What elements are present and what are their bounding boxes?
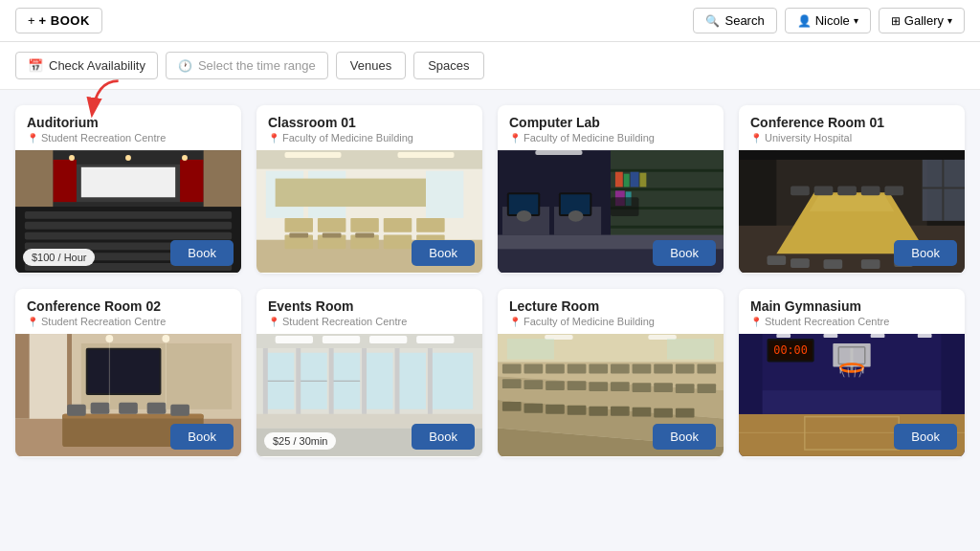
card-image-classroom01: Book [256, 149, 482, 274]
svg-text:00:00: 00:00 [773, 343, 808, 357]
book-button[interactable]: + + BOOK [15, 8, 102, 33]
venues-filter-button[interactable]: Venues [336, 52, 406, 79]
svg-rect-10 [53, 160, 77, 202]
svg-rect-11 [180, 160, 204, 202]
book-button-events-room[interactable]: Book [412, 424, 475, 450]
gallery-button[interactable]: ⊞ Gallery ▾ [879, 8, 965, 33]
check-availability-button[interactable]: 📅 Check Availability [15, 52, 158, 79]
book-button-overlay-auditorium[interactable]: Book [170, 240, 234, 266]
svg-rect-70 [814, 186, 834, 195]
location-icon: 📍 [27, 317, 38, 327]
svg-rect-80 [739, 150, 776, 226]
book-button-overlay-conference-room-02[interactable]: Book [170, 424, 234, 450]
card-image-auditorium: $100 / Hour Book [15, 149, 241, 274]
svg-rect-145 [697, 364, 716, 374]
chevron-down-icon-gallery: ▾ [947, 15, 952, 26]
svg-rect-89 [15, 334, 30, 419]
svg-rect-64 [535, 150, 582, 155]
location-icon: 📍 [509, 317, 521, 327]
svg-rect-116 [365, 353, 392, 409]
price-badge-events-room: $25 / 30min [264, 432, 336, 450]
book-button-overlay-lecture-room[interactable]: Book [653, 424, 716, 450]
svg-rect-149 [568, 381, 587, 390]
svg-marker-68 [810, 195, 895, 211]
svg-rect-24 [426, 171, 463, 218]
card-image-conference-room-01: Book [739, 149, 965, 274]
user-menu-button[interactable]: 👤 Nicole ▾ [785, 8, 871, 33]
svg-rect-138 [546, 364, 565, 374]
book-button-overlay-events-room[interactable]: Book [412, 424, 475, 450]
room-subtitle-classroom01: 📍 Faculty of Medicine Building [268, 132, 471, 143]
book-button-classroom01[interactable]: Book [412, 240, 475, 266]
book-button-conference-room-01[interactable]: Book [894, 240, 957, 266]
room-subtitle-main-gymnasium: 📍 Student Recreation Centre [750, 316, 953, 327]
svg-rect-3 [25, 211, 232, 219]
card-image-main-gymnasium: 00:00 Book [739, 333, 965, 457]
time-range-button[interactable]: 🕐 Select the time range [166, 52, 328, 79]
book-button-auditorium[interactable]: Book [170, 240, 234, 266]
svg-rect-98 [91, 403, 110, 414]
svg-rect-85 [739, 150, 965, 160]
svg-rect-158 [546, 405, 565, 414]
gallery-label: Gallery [904, 13, 944, 28]
svg-rect-49 [624, 174, 630, 187]
book-button-overlay-conference-room-01[interactable]: Book [894, 240, 957, 266]
svg-rect-152 [633, 383, 652, 392]
book-button-lecture-room[interactable]: Book [653, 424, 716, 450]
svg-rect-137 [524, 364, 544, 374]
svg-rect-109 [276, 336, 313, 343]
svg-rect-77 [861, 259, 880, 269]
svg-rect-40 [398, 152, 455, 158]
location-icon: 📍 [509, 133, 521, 143]
room-title-auditorium: Auditorium [27, 115, 230, 130]
svg-rect-27 [350, 218, 379, 232]
header-left: + + BOOK [15, 8, 102, 33]
chevron-down-icon: ▾ [854, 15, 858, 26]
svg-rect-97 [67, 405, 86, 416]
book-button-overlay-main-gymnasium[interactable]: Book [894, 424, 957, 450]
svg-rect-185 [941, 334, 965, 414]
svg-rect-72 [861, 186, 880, 195]
book-button-computer-lab[interactable]: Book [653, 240, 716, 266]
svg-rect-38 [276, 179, 426, 208]
room-card-auditorium: Auditorium 📍 Student Recreation Centre [15, 105, 241, 274]
svg-rect-159 [568, 406, 587, 415]
svg-rect-28 [384, 218, 412, 232]
book-button-overlay-computer-lab[interactable]: Book [653, 240, 716, 266]
user-icon: 👤 [797, 14, 812, 28]
svg-rect-37 [355, 233, 374, 238]
book-button-overlay-classroom01[interactable]: Book [412, 240, 475, 266]
book-button-conference-room-02[interactable]: Book [170, 424, 234, 450]
room-subtitle-conference-room-01: 📍 University Hospital [750, 132, 953, 143]
svg-rect-4 [25, 222, 232, 230]
card-header-conference-room-01: Conference Room 01 📍 University Hospital [739, 105, 965, 149]
search-button[interactable]: 🔍 Search [693, 8, 776, 33]
card-header-events-room: Events Room 📍 Student Recreation Centre [256, 289, 482, 333]
svg-rect-155 [697, 384, 716, 393]
svg-point-14 [125, 155, 131, 161]
svg-rect-142 [633, 364, 652, 374]
location-icon: 📍 [27, 133, 38, 143]
svg-rect-139 [568, 364, 587, 374]
svg-rect-75 [791, 258, 810, 268]
svg-rect-47 [611, 226, 724, 229]
svg-rect-50 [631, 172, 639, 187]
filter-bar: 📅 Check Availability 🕐 Select the time r… [0, 42, 980, 90]
price-badge-auditorium: $100 / Hour [23, 249, 95, 266]
svg-rect-25 [285, 218, 314, 232]
svg-rect-147 [524, 380, 544, 389]
svg-point-103 [162, 335, 169, 342]
svg-rect-154 [676, 384, 695, 393]
svg-rect-118 [431, 353, 473, 409]
svg-point-102 [105, 335, 113, 342]
spaces-filter-button[interactable]: Spaces [413, 52, 483, 79]
svg-rect-144 [676, 364, 695, 374]
svg-rect-101 [170, 405, 189, 416]
svg-rect-74 [768, 255, 787, 265]
svg-rect-5 [25, 232, 232, 240]
svg-rect-76 [824, 259, 843, 269]
book-button-main-gymnasium[interactable]: Book [894, 424, 957, 450]
svg-rect-163 [654, 408, 673, 418]
room-title-classroom01: Classroom 01 [268, 115, 471, 130]
svg-rect-110 [323, 336, 360, 343]
